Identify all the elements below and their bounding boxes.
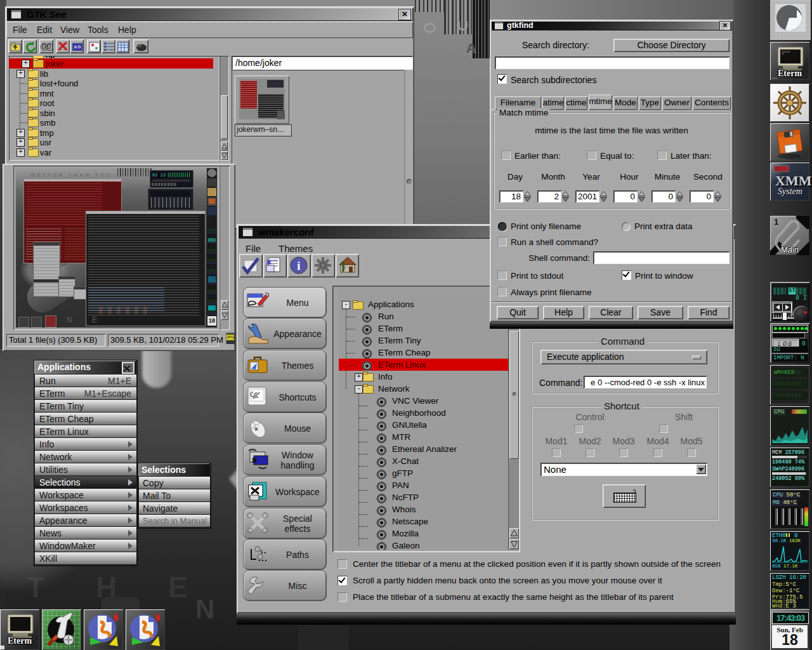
- svg-text:i: i: [297, 259, 300, 272]
